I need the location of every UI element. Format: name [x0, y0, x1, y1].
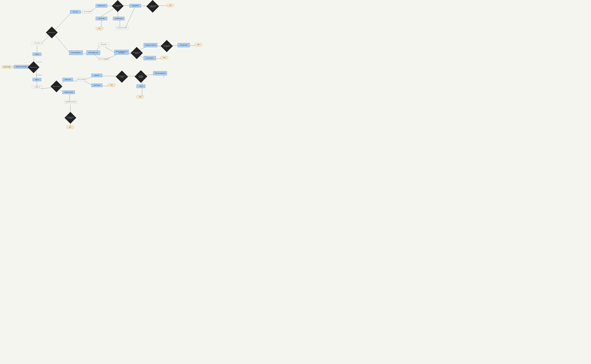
enter-progress-node: Enter progress card	[86, 50, 100, 55]
account-info-recruiter-node: Account info	[32, 41, 43, 45]
want-review-diamond: Do I want to review applications?	[146, 0, 159, 13]
application-info-node: application information	[64, 100, 77, 104]
flowchart-canvas: Land the Page Browse the homepage What's…	[0, 0, 217, 139]
save-for-later-2-node: Save for later	[91, 84, 102, 87]
finish-assessment-node: Finish the assessment	[153, 71, 167, 75]
what-to-do-recruiter-diamond: What to do next?	[46, 26, 58, 38]
what-to-do-jobseeker-diamond: What to do next?	[51, 81, 62, 92]
exit-offer-node: Exit	[195, 43, 202, 46]
exit-mid-left-node: Exit	[96, 27, 103, 30]
schedule-interview-node: Schedule an interview	[144, 43, 158, 47]
signup-jobseeker-node: Sign up	[33, 78, 41, 81]
send-rejections-node: Send rejections	[144, 56, 156, 60]
land-page-node: Land the Page	[1, 65, 12, 69]
submit-node: Submit	[136, 84, 145, 88]
filter-jobs-node: Filter by jobs	[98, 43, 109, 46]
recruiter-label: I'm a recruiter	[34, 61, 45, 63]
balance-diamond: Do I have enough balance?	[112, 0, 124, 12]
payment-info-node: Payment information	[116, 26, 128, 30]
exit-top-right-node: Exit	[166, 4, 174, 7]
browse-homepage-node: Browse the homepage	[14, 65, 29, 69]
apply-now-node: Apply now	[91, 74, 102, 77]
exit-submit-node: Exit	[136, 95, 144, 98]
save-for-later-1-node: Save for later	[96, 17, 107, 20]
search-filter-node: search and filter	[76, 78, 86, 81]
job-published-node: Job published	[129, 4, 141, 7]
want-hire-diamond: Do I want to hire the applicant?	[161, 40, 173, 52]
skill-assessment-diamond: Is a skill assessment required?	[135, 70, 147, 83]
send-offer-node: Send offer letter	[177, 43, 190, 47]
want-apply-job-diamond: Do I want to apply for a job?	[65, 112, 76, 124]
svg-line-33	[41, 87, 53, 89]
publish-job-node: Publish the job	[96, 4, 107, 7]
job-description-node: Job description	[82, 10, 93, 13]
want-move-forward-diamond: Do I want to move forward?	[131, 47, 143, 59]
update-profile-node: Update my profile	[62, 91, 75, 94]
filter-applicants-node: Filter by applicants	[98, 57, 110, 61]
svg-line-6	[54, 13, 71, 31]
exit-bottom-node: Exit	[66, 125, 74, 129]
exit-reject-node: Exit	[161, 56, 168, 59]
svg-line-7	[54, 34, 71, 54]
did-complete-profile-diamond: Did I complete my profile?	[116, 71, 128, 83]
review-apps-node: Review applications	[69, 50, 83, 55]
review-ranking-node: Review applications and auto ranking	[114, 50, 129, 55]
exit-save-node: Exit	[108, 84, 115, 87]
signup-recruiter-node: Sign up	[33, 52, 41, 56]
svg-line-19	[125, 6, 135, 28]
post-job-node: Post a job	[70, 10, 81, 14]
jobseeker-label: I'm a jobseeker	[34, 74, 45, 76]
whats-role-diamond: What's your role?	[28, 61, 39, 73]
account-info-jobseeker-node: Account info	[32, 85, 43, 89]
purchase-plan-node: Purchase a plan	[113, 17, 125, 20]
search-job-node: Search a job	[62, 78, 73, 81]
